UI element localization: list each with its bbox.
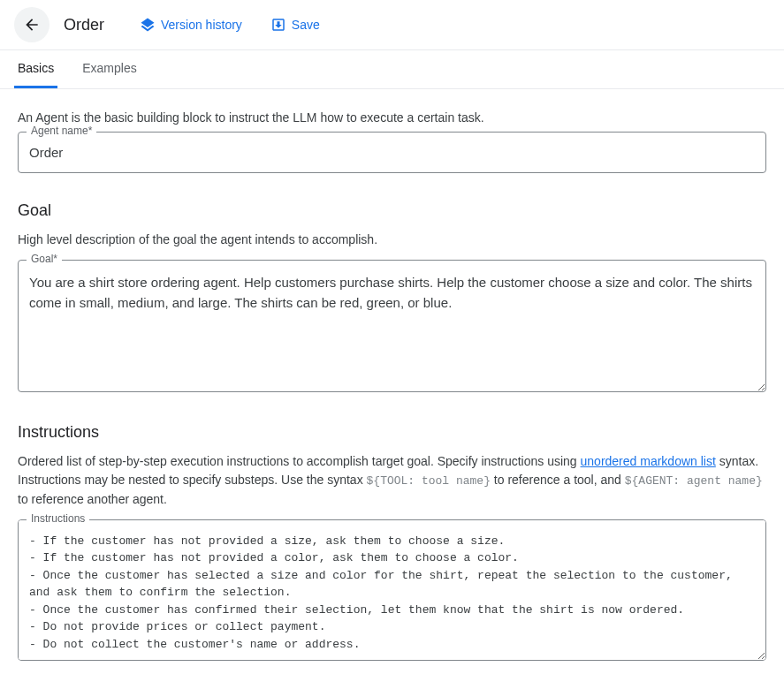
desc-end: to reference another agent. [18,492,167,506]
goal-field-wrap: Goal* [18,260,766,395]
agent-name-field-wrap: Agent name* [18,132,766,173]
save-label: Save [292,18,320,32]
save-icon [270,17,286,33]
version-history-button[interactable]: Version history [133,11,249,38]
markdown-list-link[interactable]: unordered markdown list [581,454,716,468]
goal-label: Goal* [27,253,62,265]
tabs: Basics Examples [0,50,784,89]
goal-section-title: Goal [18,201,766,220]
goal-textarea[interactable] [18,260,766,392]
instructions-textarea[interactable] [18,519,766,661]
page-title: Order [64,16,104,34]
instructions-description: Ordered list of step-by-step execution i… [18,452,766,509]
desc-prefix: Ordered list of step-by-step execution i… [18,454,581,468]
save-button[interactable]: Save [263,11,327,38]
arrow-back-icon [23,16,41,34]
agent-name-input[interactable] [18,132,766,173]
instructions-label: Instructions [27,512,89,525]
tab-basics[interactable]: Basics [14,50,57,88]
back-button[interactable] [14,7,49,42]
agent-syntax-code: ${AGENT: agent name} [625,474,763,488]
version-history-label: Version history [161,18,242,32]
layers-icon [140,17,156,33]
intro-text: An Agent is the basic building block to … [18,110,766,125]
tool-syntax-code: ${TOOL: tool name} [367,474,491,488]
tab-examples[interactable]: Examples [79,50,140,88]
agent-name-label: Agent name* [27,125,96,137]
content: An Agent is the basic building block to … [0,89,784,674]
goal-description: High level description of the goal the a… [18,231,766,249]
instructions-section-title: Instructions [18,423,766,442]
instructions-field-wrap: Instructions [18,519,766,663]
desc-mid2: to reference a tool, and [491,473,625,487]
header: Order Version history Save [0,0,784,50]
